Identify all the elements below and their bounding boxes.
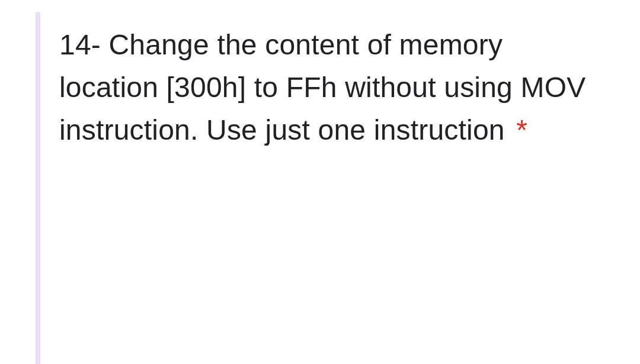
question-container: 14- Change the content of memory locatio… (59, 24, 599, 152)
required-asterisk: * (516, 114, 527, 146)
left-accent-bar (36, 12, 40, 364)
question-body: 14- Change the content of memory locatio… (59, 29, 585, 146)
question-text: 14- Change the content of memory locatio… (59, 24, 599, 152)
